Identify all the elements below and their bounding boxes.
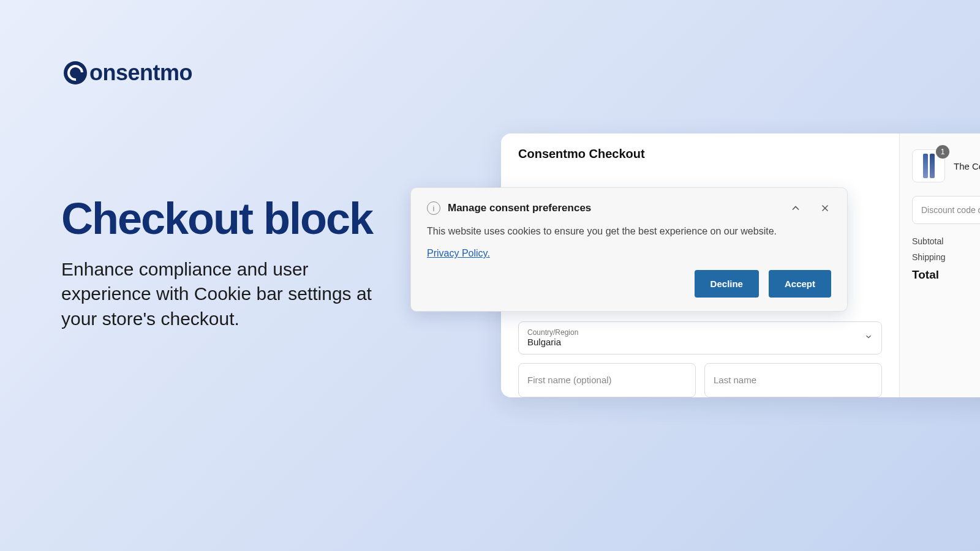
discount-code-input[interactable]: Discount code or gift card <box>912 196 980 224</box>
consent-body: This website uses cookies to ensure you … <box>427 225 831 238</box>
consent-title: Manage consent preferences <box>448 202 782 214</box>
hero-copy: Checkout block Enhance compliance and us… <box>61 196 392 331</box>
brand-name: onsentmo <box>89 60 192 86</box>
first-name-input[interactable]: First name (optional) <box>518 363 696 397</box>
discount-placeholder: Discount code or gift card <box>921 205 980 215</box>
product-name: The Collection S <box>954 161 980 171</box>
info-icon: i <box>427 201 440 215</box>
last-name-input[interactable]: Last name <box>704 363 882 397</box>
shipping-row: Shipping <box>912 252 980 262</box>
country-select[interactable]: Country/Region Bulgaria <box>518 321 882 354</box>
close-button[interactable] <box>819 202 831 214</box>
collapse-button[interactable] <box>790 202 802 214</box>
total-label: Total <box>912 268 939 281</box>
consent-bar: i Manage consent preferences This websit… <box>410 187 848 312</box>
total-row: Total <box>912 268 980 282</box>
cart-item: 1 The Collection S <box>912 149 980 182</box>
last-name-placeholder: Last name <box>714 375 756 385</box>
country-value: Bulgaria <box>527 337 561 347</box>
product-thumbnail: 1 <box>912 149 945 182</box>
subtotal-row: Subtotal <box>912 236 980 246</box>
checkout-title: Consentmo Checkout <box>518 147 882 161</box>
country-label: Country/Region <box>527 328 873 337</box>
first-name-placeholder: First name (optional) <box>527 375 612 385</box>
hero-title: Checkout block <box>61 196 392 242</box>
cart-qty-badge: 1 <box>936 145 949 159</box>
chevron-down-icon <box>864 332 873 343</box>
logo-mark-icon <box>64 61 87 84</box>
privacy-policy-link[interactable]: Privacy Policy. <box>427 248 490 259</box>
decline-button[interactable]: Decline <box>695 270 759 298</box>
subtotal-label: Subtotal <box>912 236 943 246</box>
order-summary: 1 The Collection S Discount code or gift… <box>899 133 980 397</box>
shipping-label: Shipping <box>912 252 946 262</box>
brand-logo: onsentmo <box>64 60 192 86</box>
hero-subtitle: Enhance compliance and user experience w… <box>61 257 392 332</box>
accept-button[interactable]: Accept <box>769 270 831 298</box>
